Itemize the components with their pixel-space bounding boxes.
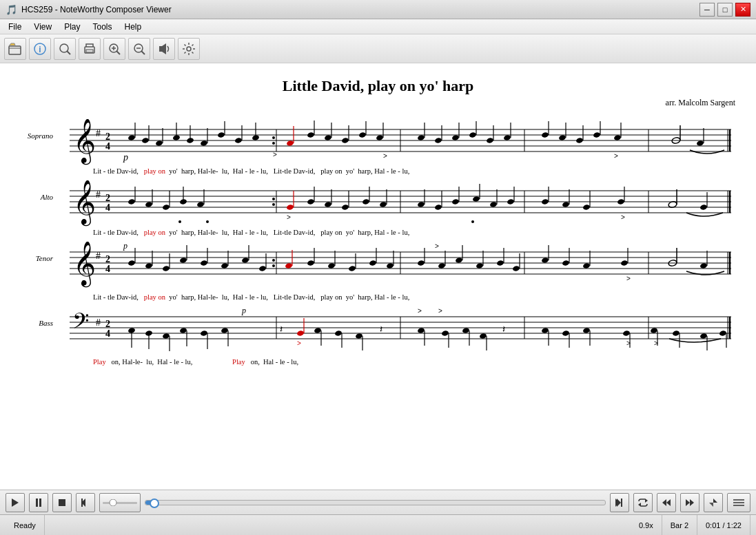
svg-rect-304 — [39, 499, 41, 507]
svg-point-49 — [217, 132, 225, 138]
open-button[interactable] — [4, 38, 26, 60]
tenor-staff: 𝄞 8 # 2 4 p — [59, 242, 742, 293]
menu-file[interactable]: File — [3, 21, 27, 33]
svg-text:𝄽: 𝄽 — [280, 326, 283, 333]
svg-marker-320 — [709, 503, 713, 507]
menu-view[interactable]: View — [28, 21, 57, 33]
svg-text:>: > — [438, 307, 442, 315]
end-button[interactable] — [610, 493, 629, 512]
svg-marker-312 — [617, 499, 621, 507]
tenor-label: Tenor — [14, 242, 59, 262]
svg-rect-307 — [81, 499, 83, 507]
svg-point-300 — [719, 330, 726, 336]
tenor-system: Tenor 𝄞 8 # 2 4 — [14, 242, 742, 293]
zoom-out-button[interactable] — [128, 38, 150, 60]
svg-point-266 — [314, 327, 321, 333]
svg-point-148 — [541, 198, 549, 204]
svg-point-68 — [434, 137, 442, 143]
settings-button[interactable] — [178, 38, 200, 60]
print-button[interactable] — [79, 38, 101, 60]
svg-point-117 — [162, 204, 170, 210]
alto-label: Alto — [14, 180, 59, 201]
svg-text:>: > — [383, 152, 387, 160]
alto-system: Alto 𝄞 # 2 4 — [14, 180, 742, 229]
svg-point-129 — [341, 204, 349, 210]
svg-line-8 — [116, 51, 120, 54]
svg-point-178 — [272, 259, 275, 262]
progress-bar[interactable] — [145, 500, 606, 505]
svg-text:#: # — [96, 251, 101, 261]
zoom-in-button[interactable] — [103, 38, 125, 60]
svg-text:4: 4 — [105, 264, 110, 274]
svg-point-125 — [307, 198, 314, 204]
audio-button[interactable] — [153, 38, 175, 60]
menu-tools[interactable]: Tools — [87, 21, 117, 33]
svg-point-147 — [471, 220, 474, 223]
svg-point-84 — [593, 132, 600, 138]
svg-point-124 — [206, 220, 209, 223]
svg-point-251 — [296, 330, 304, 336]
soprano-lyrics: Lit - tle Dav-id, play on yo' harp, Hal-… — [14, 167, 742, 175]
svg-point-179 — [272, 264, 275, 267]
maximize-button[interactable]: □ — [717, 3, 733, 17]
score-content: Little David, play on yo' harp arr. Malc… — [0, 63, 756, 490]
svg-point-217 — [496, 260, 504, 266]
svg-point-110 — [286, 204, 294, 210]
menu-play[interactable]: Play — [59, 21, 85, 33]
next-track-button[interactable] — [680, 493, 699, 512]
info-button[interactable]: i — [29, 38, 51, 60]
svg-point-196 — [258, 265, 266, 271]
prev-track-button[interactable] — [657, 493, 676, 512]
svg-point-33 — [272, 142, 275, 145]
app-icon: 🎵 — [6, 4, 17, 15]
bass-label: Bass — [14, 306, 59, 327]
bar-text: Bar 2 — [671, 521, 688, 529]
stop-button[interactable] — [52, 493, 72, 512]
svg-rect-303 — [36, 499, 38, 507]
svg-point-215 — [476, 262, 483, 269]
svg-point-76 — [503, 134, 511, 140]
svg-text:2: 2 — [105, 319, 110, 329]
svg-point-184 — [145, 262, 152, 269]
svg-text:4: 4 — [105, 141, 110, 151]
svg-point-80 — [558, 134, 566, 140]
svg-point-145 — [507, 198, 514, 204]
volume-slider-button[interactable] — [99, 493, 141, 512]
svg-point-57 — [324, 134, 331, 140]
svg-text:>: > — [287, 213, 291, 221]
svg-point-206 — [386, 262, 394, 269]
svg-point-260 — [179, 327, 187, 333]
zoom-text: 0.9x — [639, 521, 653, 529]
playlist-button[interactable] — [727, 493, 750, 512]
pitch-up-button[interactable] — [704, 493, 723, 512]
svg-rect-305 — [59, 499, 65, 506]
window-controls[interactable]: ─ □ ✕ — [699, 3, 750, 17]
svg-point-180 — [285, 262, 292, 269]
rewind-button[interactable] — [76, 493, 95, 512]
score-area: Little David, play on yo' harp arr. Malc… — [0, 63, 756, 490]
svg-point-258 — [162, 333, 170, 339]
toolbar: i — [0, 34, 756, 63]
time-text: 0:01 / 1:22 — [706, 521, 742, 529]
status-time: 0:01 / 1:22 — [697, 515, 750, 535]
progress-thumb[interactable] — [150, 499, 159, 508]
svg-text:𝄽: 𝄽 — [380, 326, 382, 333]
soprano-staff: 𝄞 # 2 4 p — [59, 119, 742, 167]
svg-point-113 — [127, 198, 135, 204]
status-ready: Ready — [6, 515, 45, 535]
svg-rect-308 — [103, 502, 137, 504]
svg-marker-318 — [690, 499, 694, 506]
svg-text:𝄞: 𝄞 — [73, 180, 96, 227]
svg-point-141 — [472, 196, 480, 202]
menu-help[interactable]: Help — [119, 21, 147, 33]
bass-system: Bass 𝄢 # 2 4 — [14, 306, 742, 358]
svg-point-294 — [650, 327, 657, 333]
svg-point-232 — [699, 262, 707, 269]
find-button[interactable] — [54, 38, 76, 60]
pause-button[interactable] — [29, 493, 48, 512]
play-button[interactable] — [6, 493, 25, 512]
minimize-button[interactable]: ─ — [699, 3, 715, 17]
alto-staff: 𝄞 # 2 4 > — [59, 180, 742, 229]
repeat-button[interactable] — [633, 493, 653, 512]
close-button[interactable]: ✕ — [735, 3, 750, 17]
